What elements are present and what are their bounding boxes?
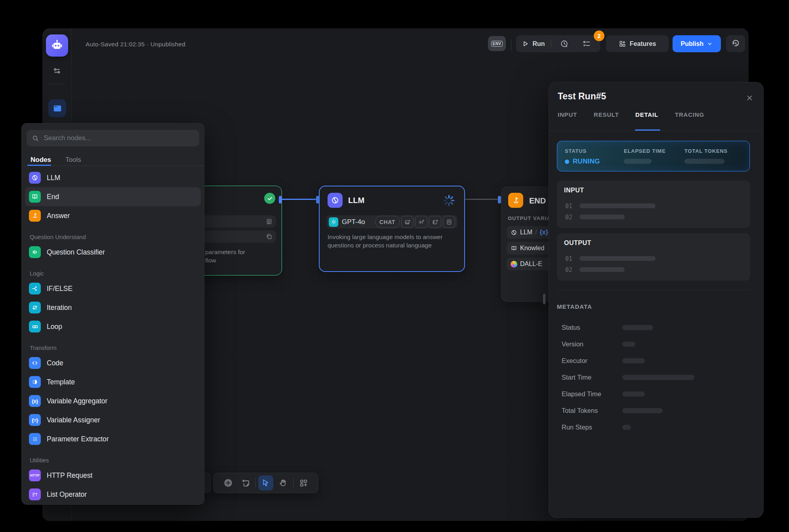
node-item-variable-assigner[interactable]: {=} Variable Assigner	[22, 410, 204, 429]
metadata-rows: Status Version Executor Start Time Elaps…	[549, 319, 763, 435]
metadata-row: Elapsed Time	[549, 386, 763, 402]
end-node-icon	[508, 193, 523, 208]
tab-result[interactable]: RESULT	[594, 111, 619, 118]
hand-tool-button[interactable]	[276, 475, 291, 490]
section-transform: Transform	[22, 342, 204, 353]
llm-node[interactable]: LLM	[319, 186, 465, 272]
flag-icon	[511, 196, 520, 205]
add-note-button[interactable]	[238, 475, 253, 490]
status-value: RUNING	[565, 158, 600, 165]
close-button[interactable]	[743, 92, 755, 104]
app-logo[interactable]	[46, 34, 68, 57]
preview-panel-button[interactable]	[48, 99, 66, 117]
toolbar-divider	[255, 478, 256, 488]
status-label: STATUS	[565, 148, 587, 154]
variable-label: DALL-E	[520, 260, 542, 268]
node-item-variable-aggregator[interactable]: {x} Variable Aggregator	[22, 391, 204, 410]
screen: Auto-Saved 21:02:35 · Unpublished ENV Ru…	[0, 0, 789, 532]
run-history-button[interactable]	[555, 40, 574, 48]
variable-aggregator-icon: {x}	[29, 395, 41, 407]
plus-circle-icon	[223, 478, 233, 488]
checklist-button[interactable]	[577, 40, 596, 48]
edge-llm-to-end	[463, 199, 501, 200]
input-title: INPUT	[564, 187, 584, 194]
edge-start-to-llm	[281, 199, 319, 200]
node-search-popover: Nodes Tools LLM End Answer	[21, 123, 204, 505]
features-label: Features	[630, 40, 656, 48]
search-box[interactable]	[27, 130, 199, 146]
run-button-group: Run	[516, 35, 600, 52]
node-item-loop[interactable]: Loop	[22, 317, 204, 336]
end-input-handle[interactable]	[498, 196, 501, 203]
video-icon	[432, 219, 438, 225]
pointer-tool-button[interactable]	[258, 475, 273, 490]
status-card: STATUS ELAPSED TIME TOTAL TOKENS RUNING	[557, 141, 750, 171]
parameter-extractor-icon	[29, 433, 41, 445]
tab-tracing[interactable]: TRACING	[675, 111, 704, 118]
run-button[interactable]: Run	[520, 40, 547, 48]
start-input-row[interactable]	[199, 230, 276, 243]
tabs-divider	[549, 131, 763, 131]
auto-layout-button[interactable]	[296, 475, 311, 490]
gpt4o-model-icon	[329, 217, 338, 227]
search-input[interactable]	[43, 134, 194, 142]
loop-icon	[29, 321, 41, 332]
panel-resize-handle[interactable]	[543, 294, 545, 304]
total-tokens-label: TOTAL TOKENS	[684, 148, 728, 154]
node-item-llm[interactable]: LLM	[22, 168, 204, 187]
model-selector-row[interactable]: GPT-4o CHAT	[326, 215, 457, 228]
start-output-handle[interactable]	[279, 196, 282, 203]
node-item-parameter-extractor[interactable]: Parameter Extractor	[22, 429, 204, 448]
llm-node-title: LLM	[348, 196, 364, 205]
node-item-answer[interactable]: Answer	[22, 206, 204, 225]
panel-title: Test Run#5	[558, 91, 606, 102]
node-item-if-else[interactable]: IF/ELSE	[22, 279, 204, 298]
clock-run-icon	[560, 40, 569, 48]
metadata-skeleton	[622, 425, 631, 430]
start-node-description: parameters for flow	[205, 248, 245, 264]
node-item-template[interactable]: Template	[22, 372, 204, 391]
node-item-http-request[interactable]: HTTP HTTP Request	[22, 466, 204, 485]
active-tab-underline	[27, 165, 51, 166]
features-button[interactable]: Features	[606, 35, 669, 52]
llm-node-description: Invoking large language models to answer…	[328, 233, 458, 249]
active-tab-underline	[635, 129, 660, 131]
input-skeleton	[579, 215, 625, 219]
tab-detail[interactable]: DETAIL	[635, 111, 658, 118]
tab-tools[interactable]: Tools	[65, 156, 81, 164]
workflow-settings-button[interactable]	[48, 62, 66, 80]
metadata-skeleton	[622, 342, 635, 347]
total-tokens-skeleton	[684, 159, 724, 164]
publish-label: Publish	[681, 40, 704, 48]
node-item-list-operator[interactable]: List Operator	[22, 485, 204, 504]
add-node-button[interactable]	[221, 475, 236, 490]
version-history-button[interactable]	[726, 35, 745, 52]
start-input-row[interactable]	[199, 215, 276, 228]
line-number: 01	[565, 203, 572, 210]
tab-nodes[interactable]: Nodes	[30, 156, 51, 164]
elapsed-time-label: ELAPSED TIME	[624, 148, 666, 154]
node-item-question-classifier[interactable]: Question Classifier	[22, 243, 204, 262]
metadata-row: Executor	[549, 352, 763, 369]
dalle-icon	[511, 261, 517, 268]
start-node[interactable]: parameters for flow	[193, 186, 282, 276]
metadata-skeleton	[622, 325, 653, 330]
autosave-status: Auto-Saved 21:02:35 · Unpublished	[86, 41, 185, 48]
input-skeleton	[579, 203, 656, 208]
cursor-icon	[261, 479, 270, 487]
brain-icon	[511, 229, 517, 236]
document-icon	[266, 218, 273, 225]
chevron-down-icon	[707, 41, 713, 47]
copy-icon	[266, 233, 273, 240]
rail-divider	[48, 84, 65, 84]
tab-input[interactable]: INPUT	[558, 111, 577, 118]
env-button[interactable]: ENV	[488, 36, 506, 51]
metadata-skeleton	[622, 408, 663, 413]
node-item-iteration[interactable]: Iteration	[22, 298, 204, 317]
metadata-row: Total Tokens	[549, 402, 763, 419]
metadata-skeleton	[622, 358, 645, 363]
node-item-code[interactable]: Code	[22, 353, 204, 372]
node-item-end[interactable]: End	[25, 187, 201, 206]
publish-button[interactable]: Publish	[673, 35, 721, 52]
metadata-divider	[557, 290, 750, 290]
